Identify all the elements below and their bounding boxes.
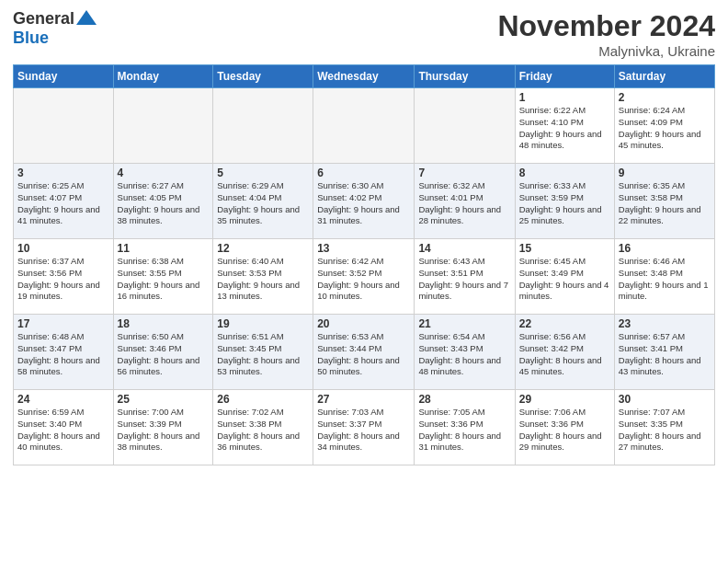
calendar-cell: 4Sunrise: 6:27 AMSunset: 4:05 PMDaylight… (113, 164, 213, 239)
calendar-header-row: Sunday Monday Tuesday Wednesday Thursday… (14, 65, 715, 88)
sunset-label: Sunset: 3:53 PM (217, 268, 281, 278)
sunrise-label: Sunrise: 6:54 AM (418, 331, 484, 341)
daylight-label: Daylight: 8 hours and 38 minutes. (118, 431, 200, 453)
day-number: 6 (317, 167, 410, 179)
sunrise-label: Sunrise: 6:38 AM (118, 256, 184, 266)
day-info: Sunrise: 6:54 AMSunset: 3:43 PMDaylight:… (418, 331, 510, 378)
sunset-label: Sunset: 3:36 PM (519, 419, 584, 429)
day-info: Sunrise: 6:57 AMSunset: 3:41 PMDaylight:… (619, 331, 711, 378)
sunset-label: Sunset: 3:39 PM (118, 419, 182, 429)
day-number: 17 (17, 317, 109, 330)
day-number: 19 (217, 317, 309, 330)
day-number: 26 (217, 393, 309, 406)
day-info: Sunrise: 7:05 AMSunset: 3:36 PMDaylight:… (418, 407, 510, 454)
sunset-label: Sunset: 3:58 PM (619, 192, 683, 202)
day-number: 25 (118, 393, 210, 406)
daylight-label: Daylight: 9 hours and 19 minutes. (17, 280, 100, 302)
day-info: Sunrise: 6:38 AMSunset: 3:55 PMDaylight:… (118, 256, 210, 303)
sunset-label: Sunset: 4:01 PM (418, 192, 483, 202)
sunset-label: Sunset: 3:37 PM (317, 419, 381, 429)
sunrise-label: Sunrise: 6:45 AM (519, 256, 586, 266)
daylight-label: Daylight: 9 hours and 13 minutes. (217, 280, 300, 302)
daylight-label: Daylight: 8 hours and 58 minutes. (17, 355, 100, 377)
day-info: Sunrise: 7:07 AMSunset: 3:35 PMDaylight:… (619, 407, 711, 454)
day-info: Sunrise: 6:50 AMSunset: 3:46 PMDaylight:… (118, 331, 210, 378)
calendar-cell: 13Sunrise: 6:42 AMSunset: 3:52 PMDayligh… (313, 239, 415, 315)
daylight-label: Daylight: 8 hours and 34 minutes. (317, 431, 400, 453)
day-number: 20 (317, 317, 410, 330)
day-number: 22 (519, 317, 610, 330)
sunrise-label: Sunrise: 6:53 AM (317, 331, 383, 341)
sunrise-label: Sunrise: 6:22 AM (519, 105, 586, 115)
day-info: Sunrise: 6:42 AMSunset: 3:52 PMDaylight:… (317, 256, 410, 303)
calendar-cell: 19Sunrise: 6:51 AMSunset: 3:45 PMDayligh… (213, 315, 313, 390)
logo-general-text: General (13, 9, 74, 29)
calendar-cell: 5Sunrise: 6:29 AMSunset: 4:04 PMDaylight… (213, 164, 313, 239)
day-number: 15 (519, 242, 610, 255)
sunset-label: Sunset: 3:55 PM (118, 268, 182, 278)
daylight-label: Daylight: 8 hours and 31 minutes. (418, 431, 501, 453)
calendar-cell: 17Sunrise: 6:48 AMSunset: 3:47 PMDayligh… (14, 315, 114, 390)
sunrise-label: Sunrise: 7:02 AM (217, 407, 283, 417)
day-number: 3 (17, 167, 109, 179)
sunrise-label: Sunrise: 6:43 AM (418, 256, 484, 266)
header-thursday: Thursday (415, 65, 515, 88)
daylight-label: Daylight: 8 hours and 45 minutes. (519, 355, 602, 377)
sunset-label: Sunset: 3:46 PM (118, 343, 182, 353)
sunrise-label: Sunrise: 7:06 AM (519, 407, 586, 417)
calendar-cell (213, 88, 313, 164)
sunrise-label: Sunrise: 6:42 AM (317, 256, 383, 266)
day-number: 9 (619, 167, 711, 179)
calendar-cell: 16Sunrise: 6:46 AMSunset: 3:48 PMDayligh… (614, 239, 714, 315)
sunrise-label: Sunrise: 6:48 AM (17, 331, 84, 341)
calendar-cell: 18Sunrise: 6:50 AMSunset: 3:46 PMDayligh… (113, 315, 213, 390)
day-info: Sunrise: 6:51 AMSunset: 3:45 PMDaylight:… (217, 331, 309, 378)
calendar-cell: 7Sunrise: 6:32 AMSunset: 4:01 PMDaylight… (415, 164, 515, 239)
logo-blue-text: Blue (13, 29, 49, 48)
day-number: 24 (17, 393, 109, 406)
sunset-label: Sunset: 3:36 PM (418, 419, 483, 429)
day-number: 4 (118, 167, 210, 179)
calendar-cell: 26Sunrise: 7:02 AMSunset: 3:38 PMDayligh… (213, 390, 313, 465)
sunset-label: Sunset: 3:42 PM (519, 343, 584, 353)
daylight-label: Daylight: 8 hours and 43 minutes. (619, 355, 701, 377)
sunrise-label: Sunrise: 6:51 AM (217, 331, 283, 341)
day-info: Sunrise: 7:00 AMSunset: 3:39 PMDaylight:… (118, 407, 210, 454)
calendar-cell: 2Sunrise: 6:24 AMSunset: 4:09 PMDaylight… (614, 88, 714, 164)
calendar-cell: 10Sunrise: 6:37 AMSunset: 3:56 PMDayligh… (14, 239, 114, 315)
calendar-cell: 25Sunrise: 7:00 AMSunset: 3:39 PMDayligh… (113, 390, 213, 465)
sunset-label: Sunset: 3:35 PM (619, 419, 683, 429)
day-info: Sunrise: 6:56 AMSunset: 3:42 PMDaylight:… (519, 331, 610, 378)
day-info: Sunrise: 6:33 AMSunset: 3:59 PMDaylight:… (519, 180, 610, 227)
day-info: Sunrise: 6:25 AMSunset: 4:07 PMDaylight:… (17, 180, 109, 227)
day-info: Sunrise: 6:29 AMSunset: 4:04 PMDaylight:… (217, 180, 309, 227)
sunset-label: Sunset: 4:09 PM (619, 117, 683, 127)
day-number: 16 (619, 242, 711, 255)
calendar-cell: 20Sunrise: 6:53 AMSunset: 3:44 PMDayligh… (313, 315, 415, 390)
sunrise-label: Sunrise: 6:27 AM (118, 180, 184, 190)
day-info: Sunrise: 6:37 AMSunset: 3:56 PMDaylight:… (17, 256, 109, 303)
daylight-label: Daylight: 8 hours and 36 minutes. (217, 431, 300, 453)
svg-marker-0 (76, 10, 97, 25)
sunset-label: Sunset: 3:40 PM (17, 419, 82, 429)
daylight-label: Daylight: 9 hours and 35 minutes. (217, 204, 300, 226)
day-info: Sunrise: 6:59 AMSunset: 3:40 PMDaylight:… (17, 407, 109, 454)
calendar-cell (415, 88, 515, 164)
sunrise-label: Sunrise: 6:35 AM (619, 180, 685, 190)
sunset-label: Sunset: 3:48 PM (619, 268, 683, 278)
sunrise-label: Sunrise: 7:00 AM (118, 407, 184, 417)
sunset-label: Sunset: 4:02 PM (317, 192, 381, 202)
month-title: November 2024 (497, 9, 715, 43)
day-info: Sunrise: 6:43 AMSunset: 3:51 PMDaylight:… (418, 256, 510, 303)
day-number: 21 (418, 317, 510, 330)
daylight-label: Daylight: 8 hours and 53 minutes. (217, 355, 300, 377)
header-friday: Friday (515, 65, 614, 88)
sunset-label: Sunset: 3:56 PM (17, 268, 82, 278)
calendar-cell: 24Sunrise: 6:59 AMSunset: 3:40 PMDayligh… (14, 390, 114, 465)
calendar-cell (313, 88, 415, 164)
header-saturday: Saturday (614, 65, 714, 88)
calendar-cell: 11Sunrise: 6:38 AMSunset: 3:55 PMDayligh… (113, 239, 213, 315)
day-info: Sunrise: 6:53 AMSunset: 3:44 PMDaylight:… (317, 331, 410, 378)
header-tuesday: Tuesday (213, 65, 313, 88)
day-number: 14 (418, 242, 510, 255)
